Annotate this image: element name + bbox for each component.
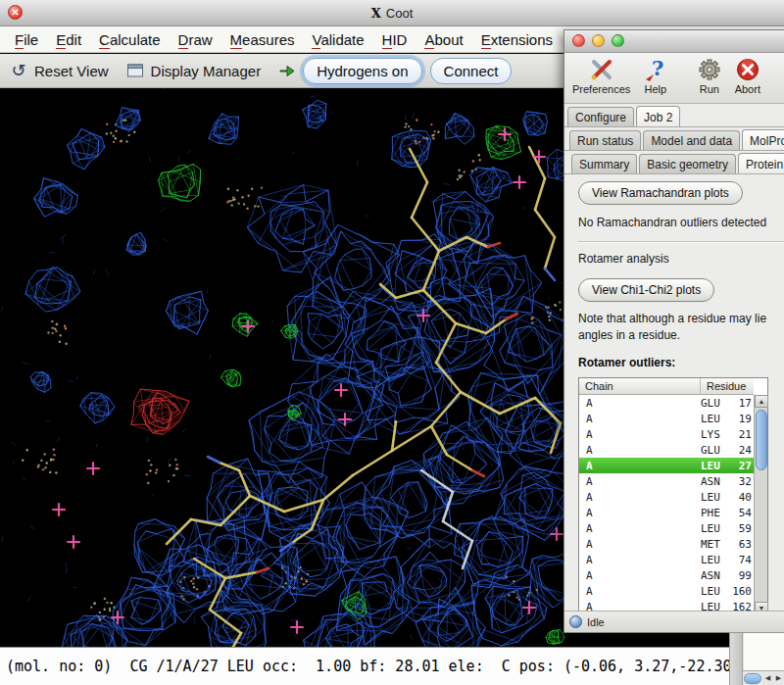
table-row[interactable]: AGLU24: [579, 442, 754, 458]
menu-item-draw[interactable]: Draw: [170, 31, 221, 48]
menu-item-measures[interactable]: Measures: [221, 31, 304, 48]
residue-number-cell: 40: [730, 491, 754, 504]
dialog-close-button[interactable]: [572, 34, 585, 47]
residue-number-cell: 24: [730, 444, 754, 457]
scroll-up-arrow-icon[interactable]: ▲: [755, 395, 768, 408]
dialog-status-bar: Idle: [564, 611, 784, 632]
table-row[interactable]: AASN32: [579, 473, 754, 489]
table-row[interactable]: ALEU40: [579, 489, 754, 505]
residue-name-cell: LEU: [701, 491, 730, 504]
table-row[interactable]: ALYS21: [579, 426, 754, 442]
connect-button[interactable]: Connect: [430, 58, 513, 84]
residue-number-cell: 74: [730, 554, 754, 566]
chain-cell: A: [579, 522, 701, 535]
menu-item-calculate[interactable]: Calculate: [90, 31, 170, 48]
menu-item-edit[interactable]: Edit: [47, 31, 90, 48]
tab-protein[interactable]: Protein: [738, 153, 784, 173]
rotamer-analysis-label: Rotamer analysis: [578, 252, 784, 266]
menu-item-about[interactable]: About: [416, 31, 471, 48]
table-row[interactable]: ALEU162: [579, 599, 754, 611]
scroll-right-arrow-icon[interactable]: ▶: [773, 672, 784, 685]
menu-item-extensions[interactable]: Extensions: [472, 31, 562, 48]
tab-job-2[interactable]: Job 2: [636, 106, 680, 126]
rotamer-outliers-label: Rotamer outliers:: [578, 356, 784, 369]
residue-name-cell: LEU: [701, 460, 730, 472]
abort-tool-button[interactable]: Abort: [734, 56, 760, 95]
preferences-icon: [588, 56, 614, 82]
run-tool-button[interactable]: Run: [696, 56, 722, 95]
horizontal-scroll-thumb[interactable]: [744, 673, 761, 684]
residue-name-cell: LEU: [701, 413, 730, 425]
dialog-minimize-button[interactable]: [592, 34, 605, 47]
view-ramachandran-plots-button[interactable]: View Ramachandran plots: [578, 181, 743, 205]
table-row[interactable]: ALEU160: [579, 583, 754, 599]
dialog-zoom-button[interactable]: [612, 34, 624, 47]
apply-arrow-icon[interactable]: [276, 60, 298, 81]
column-header-chain[interactable]: Chain: [579, 378, 701, 395]
svg-text:?: ?: [652, 57, 663, 80]
residue-number-cell: 99: [730, 569, 754, 582]
reset-view-icon[interactable]: ↺: [8, 60, 29, 81]
reset-view-button[interactable]: Reset View: [34, 63, 109, 79]
residue-name-cell: PHE: [701, 507, 730, 519]
display-manager-button[interactable]: Display Manager: [151, 63, 262, 79]
residue-number-cell: 162: [730, 601, 754, 612]
result-tabs: Run statusModel and dataMolProbity: [564, 127, 784, 151]
residue-name-cell: ASN: [701, 569, 730, 582]
main-status-bar: (mol. no: 0) CG /1/A/27 LEU occ: 1.00 bf…: [0, 647, 784, 685]
residue-name-cell: LEU: [701, 522, 730, 535]
residue-number-cell: 27: [730, 460, 754, 472]
tab-basic-geometry[interactable]: Basic geometry: [639, 154, 736, 173]
tool-label: Help: [645, 83, 667, 95]
chain-cell: A: [579, 397, 701, 410]
status-orb-icon: [569, 615, 582, 628]
residue-name-cell: GLU: [701, 397, 730, 410]
view-chi1-chi2-plots-button[interactable]: View Chi1-Chi2 plots: [578, 278, 714, 302]
table-row[interactable]: ALEU19: [579, 411, 754, 426]
background-vertical-scrollbar[interactable]: [730, 633, 743, 685]
rotamer-note-line2: angles in a residue.: [578, 328, 784, 342]
background-horizontal-scrollbar[interactable]: ◀ ▶: [743, 670, 784, 685]
ramachandran-status-text: No Ramachandran outliers detected: [578, 216, 784, 229]
table-row[interactable]: ALEU74: [579, 552, 754, 567]
column-header-residue[interactable]: Residue: [701, 378, 754, 395]
molprobity-dialog: Preferences?HelpRunAbort ConfigureJob 2R…: [564, 29, 784, 633]
tab-configure[interactable]: Configure: [567, 107, 634, 126]
menu-item-file[interactable]: File: [6, 31, 47, 48]
residue-name-cell: LEU: [701, 601, 730, 612]
chain-cell: A: [579, 444, 701, 457]
help-tool-button[interactable]: ?Help: [642, 56, 668, 95]
table-row[interactable]: APHE54: [579, 505, 754, 520]
scroll-down-arrow-icon[interactable]: ▼: [755, 602, 768, 611]
tab-molprobity[interactable]: MolProbity: [742, 129, 784, 150]
run-icon: [696, 56, 722, 82]
table-row[interactable]: ALEU27: [579, 458, 754, 473]
main-titlebar[interactable]: ✕ X Coot: [0, 0, 784, 26]
menu-item-hid[interactable]: HID: [373, 31, 416, 48]
table-row[interactable]: ALEU59: [579, 520, 754, 536]
tab-run-status[interactable]: Run status: [569, 130, 641, 150]
table-scrollbar[interactable]: ▲ ▼: [754, 395, 767, 611]
residue-number-cell: 19: [730, 413, 754, 425]
dialog-content: View Ramachandran plots No Ramachandran …: [564, 175, 784, 611]
chain-cell: A: [579, 585, 701, 598]
residue-number-cell: 32: [730, 475, 754, 488]
scroll-left-arrow-icon[interactable]: ◀: [762, 672, 773, 685]
tool-label: Preferences: [572, 83, 630, 95]
display-manager-icon[interactable]: [124, 60, 146, 81]
tab-summary[interactable]: Summary: [571, 154, 637, 173]
tab-model-and-data[interactable]: Model and data: [643, 130, 740, 150]
chain-cell: A: [579, 491, 701, 504]
menu-item-validate[interactable]: Validate: [303, 31, 372, 48]
table-row[interactable]: AGLU17: [579, 395, 754, 411]
preferences-tool-button[interactable]: Preferences: [572, 56, 630, 95]
table-scroll-thumb[interactable]: [756, 410, 767, 470]
dialog-titlebar[interactable]: [564, 30, 784, 53]
residue-name-cell: LEU: [701, 554, 730, 566]
table-row[interactable]: AMET63: [579, 536, 754, 552]
residue-name-cell: ASN: [701, 475, 730, 488]
rotamer-note-line1: Note that although a residue may lie: [578, 312, 784, 325]
table-row[interactable]: AASN99: [579, 567, 754, 583]
hydrogens-on-button[interactable]: Hydrogens on: [303, 58, 421, 84]
chain-cell: A: [579, 569, 701, 582]
